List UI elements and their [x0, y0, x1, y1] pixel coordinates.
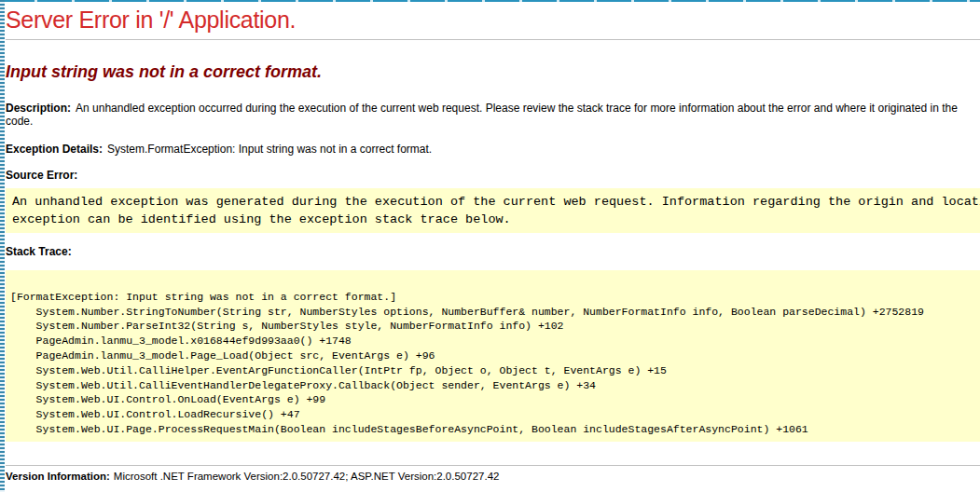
version-label: Version Information: — [6, 471, 110, 482]
exception-details-label: Exception Details: — [6, 143, 103, 156]
version-divider — [6, 465, 980, 466]
description-text: An unhandled exception occurred during t… — [6, 102, 958, 128]
exception-details-row: Exception Details:System.FormatException… — [6, 143, 980, 156]
source-error-box: An unhandled exception was generated dur… — [6, 188, 980, 233]
stack-trace-box: [FormatException: Input string was not i… — [6, 270, 980, 442]
selection-border-top — [0, 0, 980, 2]
exception-details-text: System.FormatException: Input string was… — [107, 143, 432, 156]
version-text: Microsoft .NET Framework Version:2.0.507… — [114, 471, 500, 482]
description-row: Description:An unhandled exception occur… — [6, 102, 980, 128]
stack-trace-code: [FormatException: Input string was not i… — [6, 270, 980, 442]
description-label: Description: — [6, 102, 71, 115]
source-error-heading: Source Error: — [6, 169, 980, 182]
source-error-code: An unhandled exception was generated dur… — [6, 188, 980, 233]
page-title: Server Error in '/' Application. — [6, 7, 980, 33]
stack-trace-heading: Stack Trace: — [6, 245, 980, 258]
error-page: Server Error in '/' Application. Input s… — [0, 0, 980, 483]
error-subtitle: Input string was not in a correct format… — [6, 62, 980, 82]
title-divider — [6, 39, 980, 40]
source-error-label: Source Error: — [6, 169, 77, 182]
selection-border-left — [0, 0, 5, 492]
version-row: Version Information:Microsoft .NET Frame… — [6, 471, 980, 483]
stack-trace-label: Stack Trace: — [6, 245, 72, 258]
